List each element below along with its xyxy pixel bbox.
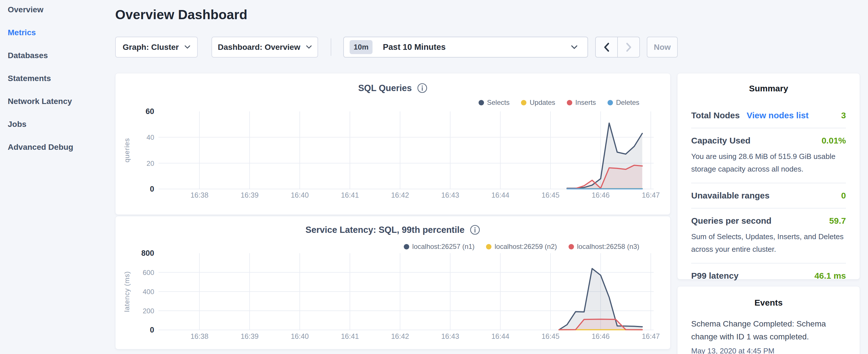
- total-nodes-label: Total Nodes: [691, 110, 740, 120]
- svg-text:16:46: 16:46: [592, 191, 610, 199]
- svg-text:queries: queries: [123, 138, 131, 163]
- svg-text:16:47: 16:47: [642, 191, 660, 199]
- svg-text:16:46: 16:46: [592, 332, 610, 340]
- svg-text:0: 0: [150, 185, 154, 193]
- page-title: Overview Dashboard: [115, 7, 247, 22]
- total-nodes-value: 3: [841, 110, 846, 120]
- svg-text:16:44: 16:44: [492, 191, 509, 199]
- svg-text:16:38: 16:38: [191, 332, 209, 340]
- qps-value: 59.7: [829, 216, 846, 226]
- db-console-metrics-page: OverviewMetricsDatabasesStatementsNetwor…: [0, 0, 868, 354]
- chevron-right-icon: [626, 42, 632, 52]
- capacity-used-value: 0.01%: [822, 136, 846, 146]
- qps-label: Queries per second: [691, 216, 771, 226]
- service-latency-card: Service Latency: SQL, 99th percentile lo…: [115, 216, 671, 349]
- view-nodes-list-link[interactable]: View nodes list: [746, 110, 808, 120]
- sidebar: OverviewMetricsDatabasesStatementsNetwor…: [0, 0, 115, 159]
- svg-text:16:41: 16:41: [341, 191, 359, 199]
- svg-text:16:45: 16:45: [541, 332, 560, 340]
- dashboard-dropdown[interactable]: Dashboard: Overview: [212, 37, 318, 58]
- toolbar-divider: [331, 38, 331, 56]
- summary-row-p99: P99 latency 46.1 ms: [691, 263, 846, 288]
- svg-text:16:43: 16:43: [441, 191, 459, 199]
- summary-row-unavailable-ranges: Unavailable ranges 0: [691, 183, 846, 208]
- svg-text:16:40: 16:40: [291, 191, 309, 199]
- chevron-left-icon: [603, 42, 610, 52]
- svg-text:latency (ms): latency (ms): [123, 271, 131, 312]
- svg-text:400: 400: [143, 288, 154, 296]
- now-button[interactable]: Now: [647, 37, 678, 58]
- svg-text:800: 800: [141, 249, 154, 257]
- svg-text:16:38: 16:38: [191, 191, 209, 199]
- summary-row-qps: Queries per second 59.7 Sum of Selects, …: [691, 208, 846, 263]
- time-range-dropdown[interactable]: 10m Past 10 Minutes: [343, 37, 588, 58]
- summary-panel: Summary Total Nodes View nodes list 3 Ca…: [677, 73, 860, 280]
- sidebar-item-statements[interactable]: Statements: [0, 67, 115, 90]
- svg-text:16:39: 16:39: [241, 191, 259, 199]
- sidebar-item-network-latency[interactable]: Network Latency: [0, 90, 115, 113]
- svg-text:16:47: 16:47: [642, 332, 660, 340]
- sidebar-item-metrics[interactable]: Metrics: [0, 21, 115, 44]
- chevron-down-icon: [185, 45, 190, 49]
- svg-text:60: 60: [146, 107, 154, 116]
- svg-text:0: 0: [150, 326, 154, 334]
- summary-title: Summary: [691, 84, 846, 93]
- events-title: Events: [691, 298, 846, 308]
- time-range-label: Past 10 Minutes: [383, 42, 445, 52]
- p99-latency-label: P99 latency: [691, 271, 739, 281]
- summary-row-capacity: Capacity Used 0.01% You are using 28.6 M…: [691, 128, 846, 183]
- svg-text:600: 600: [143, 269, 154, 277]
- sidebar-item-jobs[interactable]: Jobs: [0, 113, 115, 136]
- event-list-item[interactable]: Schema Change Completed: Schema change w…: [691, 317, 846, 354]
- service-latency-chart[interactable]: 16:3816:3916:4016:4116:4216:4316:4416:45…: [116, 216, 671, 350]
- events-panel: Events Schema Change Completed: Schema c…: [677, 286, 860, 354]
- qps-description: Sum of Selects, Updates, Inserts, and De…: [691, 230, 846, 255]
- graph-dropdown-label: Graph: Cluster: [123, 43, 179, 52]
- svg-text:16:44: 16:44: [492, 332, 509, 340]
- summary-row-total-nodes: Total Nodes View nodes list 3: [691, 103, 846, 128]
- chevron-down-icon: [306, 45, 312, 49]
- capacity-used-description: You are using 28.6 MiB of 515.9 GiB usab…: [691, 150, 846, 175]
- time-next-button[interactable]: [617, 37, 639, 57]
- svg-text:200: 200: [143, 307, 154, 315]
- dashboard-dropdown-label: Dashboard: Overview: [218, 43, 300, 52]
- unavailable-ranges-value: 0: [841, 191, 846, 200]
- svg-text:16:39: 16:39: [241, 332, 259, 340]
- event-message: Schema Change Completed: Schema change w…: [691, 317, 846, 343]
- unavailable-ranges-label: Unavailable ranges: [691, 191, 769, 200]
- sql-queries-card: SQL Queries SelectsUpdatesInsertsDeletes…: [115, 73, 671, 215]
- svg-text:20: 20: [147, 160, 154, 167]
- svg-text:16:42: 16:42: [391, 191, 409, 199]
- p99-latency-value: 46.1 ms: [814, 271, 846, 281]
- graph-dropdown[interactable]: Graph: Cluster: [115, 37, 198, 58]
- time-range-badge: 10m: [350, 40, 373, 54]
- sql-queries-chart[interactable]: 16:3816:3916:4016:4116:4216:4316:4416:45…: [116, 73, 671, 215]
- sidebar-item-databases[interactable]: Databases: [0, 44, 115, 67]
- svg-text:16:40: 16:40: [291, 332, 309, 340]
- svg-text:16:42: 16:42: [391, 332, 409, 340]
- sidebar-item-advanced-debug[interactable]: Advanced Debug: [0, 136, 115, 159]
- event-timestamp: May 13, 2020 at 4:45 PM: [691, 347, 846, 354]
- svg-text:40: 40: [147, 133, 154, 141]
- time-prev-button[interactable]: [596, 37, 617, 57]
- svg-text:16:43: 16:43: [441, 332, 459, 340]
- capacity-used-label: Capacity Used: [691, 136, 750, 146]
- sidebar-item-overview[interactable]: Overview: [0, 0, 115, 21]
- time-window-nav: [595, 37, 640, 58]
- svg-text:16:41: 16:41: [341, 332, 359, 340]
- chevron-down-icon: [571, 45, 578, 49]
- svg-text:16:45: 16:45: [541, 191, 560, 199]
